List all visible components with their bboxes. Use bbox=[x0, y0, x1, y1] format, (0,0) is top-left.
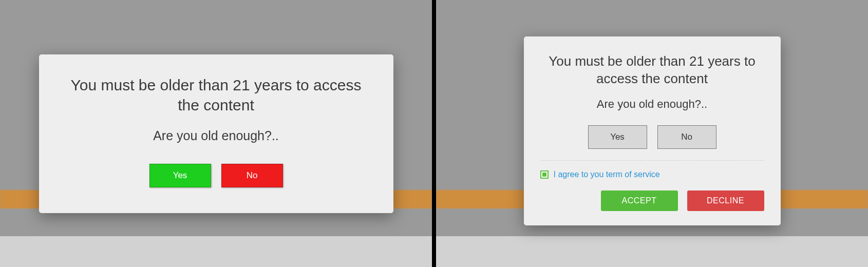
no-button[interactable]: No bbox=[657, 125, 716, 149]
accept-button[interactable]: ACCEPT bbox=[601, 190, 678, 211]
decline-button[interactable]: DECLINE bbox=[687, 190, 764, 211]
terms-row: I agree to you term of service bbox=[540, 160, 764, 179]
button-row: Yes No bbox=[540, 125, 764, 149]
yes-button[interactable]: Yes bbox=[588, 125, 647, 149]
age-verification-dialog: You must be older than 21 years to acces… bbox=[524, 36, 781, 226]
yes-button[interactable]: Yes bbox=[149, 164, 211, 187]
no-button[interactable]: No bbox=[221, 164, 283, 187]
terms-checkbox[interactable] bbox=[540, 170, 549, 179]
dialog-question: Are you old enough?.. bbox=[65, 128, 368, 143]
split-divider bbox=[432, 0, 436, 267]
dialog-title: You must be older than 21 years to acces… bbox=[540, 53, 764, 88]
button-row: Yes No bbox=[65, 164, 368, 187]
footer-row: ACCEPT DECLINE bbox=[540, 190, 764, 211]
variant-a-pane: You must be older than 21 years to acces… bbox=[0, 0, 432, 267]
check-icon bbox=[542, 173, 546, 177]
variant-b-pane: You must be older than 21 years to acces… bbox=[436, 0, 868, 267]
dialog-question: Are you old enough?.. bbox=[540, 98, 764, 111]
dialog-title: You must be older than 21 years to acces… bbox=[65, 75, 368, 115]
age-verification-dialog: You must be older than 21 years to acces… bbox=[39, 54, 393, 213]
terms-link[interactable]: I agree to you term of service bbox=[554, 170, 660, 179]
